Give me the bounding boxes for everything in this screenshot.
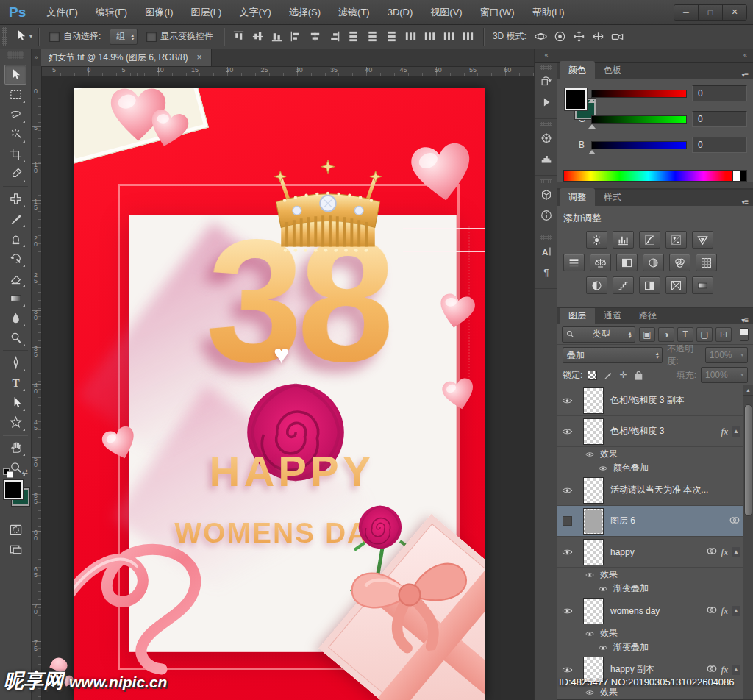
slider-thumb[interactable] (588, 95, 596, 103)
layer-thumbnail[interactable] (583, 598, 604, 624)
eyedropper-tool[interactable] (4, 164, 26, 184)
distribute-right-edges-button[interactable] (440, 28, 458, 46)
character-panel-icon[interactable]: A (538, 243, 555, 260)
effects-header-row[interactable]: 效果 (557, 626, 743, 640)
layer-visibility-toggle[interactable] (557, 596, 577, 626)
layer-name[interactable]: 色相/饱和度 3 (610, 425, 721, 438)
layer-visibility-toggle[interactable] (557, 475, 577, 505)
hue-saturation-adjustment-icon[interactable] (563, 254, 585, 271)
auto-select-checkbox[interactable]: 自动选择: (49, 30, 101, 43)
tab-color[interactable]: 颜色 (560, 61, 595, 79)
photo-filter-adjustment-icon[interactable] (643, 254, 664, 271)
crop-tool[interactable] (4, 144, 26, 164)
tab-swatches[interactable]: 色板 (595, 61, 630, 79)
channel-mixer-adjustment-icon[interactable] (669, 254, 690, 271)
grip-dots[interactable] (540, 65, 552, 70)
selective-color-adjustment-icon[interactable] (665, 276, 687, 294)
posterize-adjustment-icon[interactable] (613, 276, 634, 294)
blend-mode-dropdown[interactable]: 叠加 ▴▾ (563, 347, 663, 363)
threshold-adjustment-icon[interactable] (639, 276, 660, 294)
magic-wand-tool[interactable] (4, 124, 26, 144)
ruler-corner[interactable] (31, 66, 42, 76)
fx-badge[interactable]: fx (721, 605, 728, 617)
levels-adjustment-icon[interactable] (613, 231, 634, 249)
layer-row[interactable]: 图层 6 (557, 506, 743, 537)
layer-row[interactable]: happyfx▲ (557, 537, 743, 568)
minimize-button[interactable]: ─ (674, 5, 698, 20)
blur-tool[interactable] (4, 308, 26, 328)
layer-name[interactable]: happy (610, 547, 706, 557)
swap-colors-icon[interactable]: ⇄ (22, 468, 28, 476)
screen-mode-button[interactable] (4, 540, 26, 560)
move-tool[interactable] (4, 65, 26, 85)
fill-dropdown[interactable]: 100% ▾ (701, 367, 748, 383)
layer-visibility-toggle[interactable] (557, 506, 577, 536)
opacity-dropdown[interactable]: 100% ▾ (705, 347, 748, 363)
grip-dots[interactable] (540, 235, 552, 240)
spectrum-bw-end[interactable] (733, 170, 747, 182)
3d-roll-button[interactable] (552, 28, 569, 46)
foreground-color-swatch[interactable] (4, 480, 23, 499)
collapse-effects-icon[interactable]: ▲ (732, 426, 740, 437)
black-white-adjustment-icon[interactable] (616, 254, 638, 271)
menu-item[interactable]: 文字(Y) (230, 0, 279, 24)
distribute-top-edges-button[interactable] (345, 28, 363, 46)
history-brush-tool[interactable] (4, 249, 26, 268)
panel-menu-icon[interactable]: ▾≡ (741, 316, 748, 324)
close-tab-icon[interactable]: × (196, 52, 204, 63)
checkbox[interactable] (49, 32, 60, 42)
layer-row[interactable]: 活动请以当天为准 本次... (557, 475, 743, 506)
filter-kind-dropdown[interactable]: 类型 ▴▾ (562, 326, 635, 343)
scrollbar-thumb[interactable] (744, 404, 752, 516)
effect-row[interactable]: 渐变叠加 (557, 582, 743, 596)
align-right-edges-button[interactable] (326, 28, 343, 46)
layer-name[interactable]: 图层 6 (610, 515, 729, 527)
chevron-right-icon[interactable]: » (31, 49, 41, 66)
fx-badge[interactable]: fx (721, 546, 728, 558)
menu-item[interactable]: 选择(S) (280, 0, 329, 24)
slider-thumb[interactable] (588, 146, 596, 154)
path-selection-tool[interactable] (4, 393, 26, 413)
slider-thumb[interactable] (588, 121, 596, 129)
effects-header-row[interactable]: 效果 (557, 447, 743, 461)
menu-item[interactable]: 图像(I) (136, 0, 182, 24)
3d-panel-icon[interactable] (538, 186, 555, 204)
navigator-panel-icon[interactable] (538, 129, 555, 147)
grip-dots[interactable] (540, 122, 552, 126)
tab-paths[interactable]: 路径 (630, 308, 665, 324)
menu-item[interactable]: 帮助(H) (524, 0, 574, 24)
close-button[interactable]: ✕ (722, 5, 746, 20)
panel-menu-icon[interactable]: ▾≡ (741, 71, 748, 79)
tab-adjustments[interactable]: 调整 (560, 188, 595, 206)
layer-name[interactable]: womens day (610, 606, 706, 616)
layer-thumbnail[interactable] (583, 477, 604, 504)
effects-header-row[interactable]: 效果 (557, 568, 743, 582)
menu-item[interactable]: 窗口(W) (471, 0, 524, 24)
fx-badge[interactable]: fx (721, 426, 728, 438)
layer-row[interactable]: 色相/饱和度 3 副本 (557, 385, 743, 416)
history-panel-icon[interactable] (538, 73, 555, 90)
layer-visibility-toggle[interactable] (557, 385, 577, 415)
align-bottom-edges-button[interactable] (268, 28, 286, 46)
curves-adjustment-icon[interactable] (639, 231, 660, 249)
brightness-contrast-adjustment-icon[interactable] (586, 231, 607, 249)
invert-adjustment-icon[interactable] (586, 276, 607, 294)
layer-thumbnail[interactable] (583, 508, 604, 535)
effect-row[interactable]: 渐变叠加 (557, 640, 743, 654)
eraser-tool[interactable] (4, 268, 26, 288)
color-lookup-adjustment-icon[interactable] (696, 254, 717, 271)
filter-adjustment-layers-icon[interactable]: ◑ (658, 327, 674, 342)
grip-dots[interactable] (540, 179, 552, 183)
current-tool-preview[interactable]: ▾ (14, 29, 32, 45)
poster-document[interactable]: 38 ♥ (74, 88, 485, 700)
distribute-horizontal-centers-button[interactable] (421, 28, 439, 46)
lock-transparency-icon[interactable] (587, 370, 598, 380)
layer-thumbnail[interactable] (583, 418, 604, 445)
spot-healing-brush-tool[interactable] (4, 189, 26, 209)
filtering-toggle[interactable] (740, 328, 749, 341)
align-vertical-centers-button[interactable] (249, 28, 267, 46)
align-top-edges-button[interactable] (230, 28, 248, 46)
menu-item[interactable]: 滤镜(T) (329, 0, 379, 24)
tab-styles[interactable]: 样式 (595, 188, 630, 206)
quick-mask-button[interactable] (4, 520, 26, 540)
